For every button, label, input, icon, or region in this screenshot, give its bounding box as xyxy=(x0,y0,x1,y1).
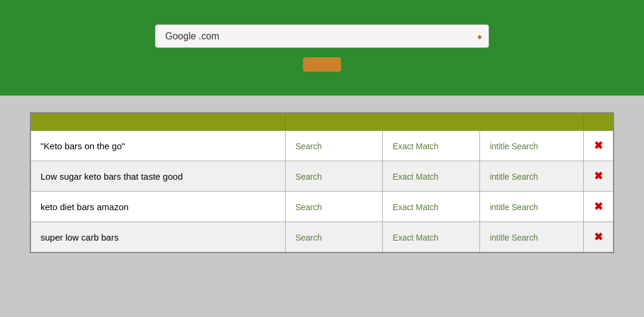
table-row: "Keto bars on the go" Search Exact Match… xyxy=(30,131,614,161)
delete-row-button[interactable]: ✖ xyxy=(594,200,603,213)
col-header-action xyxy=(583,113,614,131)
header: Google .com ⬥ xyxy=(0,0,644,96)
search-cell[interactable]: Search xyxy=(286,161,383,192)
search-link[interactable]: Search xyxy=(295,141,321,151)
intitle-cell[interactable]: intitle Search xyxy=(480,192,583,222)
intitle-search-link[interactable]: intitle Search xyxy=(490,233,538,242)
main-content: "Keto bars on the go" Search Exact Match… xyxy=(0,96,644,270)
table-row: super low carb bars Search Exact Match i… xyxy=(30,222,614,253)
exact-cell[interactable]: Exact Match xyxy=(383,192,480,222)
col-header-keyword xyxy=(30,113,286,131)
exact-match-link[interactable]: Exact Match xyxy=(392,233,438,242)
change-engine-button[interactable] xyxy=(303,57,341,72)
delete-row-button[interactable]: ✖ xyxy=(594,139,603,152)
intitle-cell[interactable]: intitle Search xyxy=(480,222,583,253)
exact-cell[interactable]: Exact Match xyxy=(383,161,480,192)
keyword-cell: super low carb bars xyxy=(30,222,286,253)
delete-cell: ✖ xyxy=(583,161,614,192)
exact-cell[interactable]: Exact Match xyxy=(383,222,480,253)
keyword-cell: keto diet bars amazon xyxy=(30,192,286,222)
intitle-search-link[interactable]: intitle Search xyxy=(490,172,538,181)
search-cell[interactable]: Search xyxy=(286,192,383,222)
delete-cell: ✖ xyxy=(583,131,614,161)
table-row: Low sugar keto bars that taste good Sear… xyxy=(30,161,614,192)
search-cell[interactable]: Search xyxy=(286,131,383,161)
search-cell[interactable]: Search xyxy=(286,222,383,253)
keyword-cell: "Keto bars on the go" xyxy=(30,131,286,161)
exact-match-link[interactable]: Exact Match xyxy=(392,202,438,212)
col-header-submit xyxy=(286,113,583,131)
engine-select-wrapper: Google .com ⬥ xyxy=(155,24,489,48)
delete-row-button[interactable]: ✖ xyxy=(594,170,603,183)
search-link[interactable]: Search xyxy=(295,172,321,181)
delete-cell: ✖ xyxy=(583,192,614,222)
keyword-table: "Keto bars on the go" Search Exact Match… xyxy=(30,112,614,253)
exact-match-link[interactable]: Exact Match xyxy=(392,141,438,151)
table-header-row xyxy=(30,113,614,131)
keyword-cell: Low sugar keto bars that taste good xyxy=(30,161,286,192)
intitle-search-link[interactable]: intitle Search xyxy=(490,202,538,212)
delete-cell: ✖ xyxy=(583,222,614,253)
exact-cell[interactable]: Exact Match xyxy=(383,131,480,161)
intitle-cell[interactable]: intitle Search xyxy=(480,131,583,161)
table-row: keto diet bars amazon Search Exact Match… xyxy=(30,192,614,222)
delete-row-button[interactable]: ✖ xyxy=(594,230,603,244)
search-link[interactable]: Search xyxy=(295,233,321,242)
intitle-search-link[interactable]: intitle Search xyxy=(490,141,538,151)
search-link[interactable]: Search xyxy=(295,202,321,212)
exact-match-link[interactable]: Exact Match xyxy=(392,172,438,181)
intitle-cell[interactable]: intitle Search xyxy=(480,161,583,192)
engine-select[interactable]: Google .com xyxy=(155,24,489,48)
